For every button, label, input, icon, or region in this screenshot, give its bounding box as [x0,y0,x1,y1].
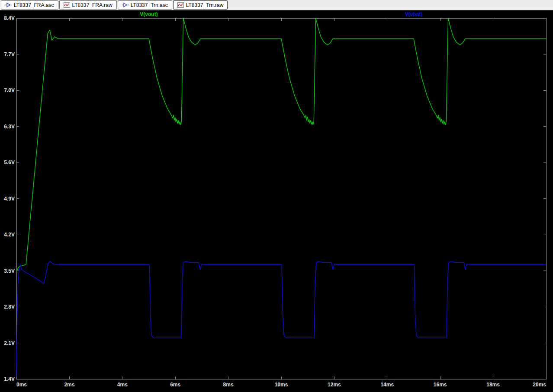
y-tick-label: 3.5V [4,268,15,274]
x-tick-label: 6ms [170,382,180,388]
y-tick-label: 7.0V [4,87,15,93]
x-tick-label: 12ms [328,382,341,388]
y-tick-label: 6.3V [4,124,15,130]
waveform-icon [177,2,184,8]
tab-label: LT8337_Trn.raw [186,2,224,8]
tab-label: LT8337_FRA.raw [72,2,113,8]
y-tick-label: 4.9V [4,196,15,202]
y-tick-label: 2.8V [4,304,15,310]
ltspice-window: LT8337_FRA.asc LT8337_FRA.raw LT8337_Trn… [0,0,553,392]
x-tick-label: 4ms [117,382,128,388]
x-tick-label: 8ms [223,382,234,388]
y-tick-label: 5.6V [4,159,15,166]
legend-vbat[interactable]: V(vbat) [405,11,423,17]
waveform-pane[interactable]: 8.4V7.7V7.0V6.3V5.6V4.9V4.2V3.5V2.8V2.1V… [0,10,553,392]
trace-vout [16,18,546,271]
x-tick-label: 2ms [64,382,74,388]
tab-lt8337-fra-raw[interactable]: LT8337_FRA.raw [59,0,117,10]
waveform-plot[interactable]: 8.4V7.7V7.0V6.3V5.6V4.9V4.2V3.5V2.8V2.1V… [0,10,553,392]
x-tick-label: 10ms [275,382,288,388]
schematic-icon [5,2,12,8]
plot-border [16,18,546,379]
x-tick-label: 16ms [434,382,447,388]
schematic-icon [122,2,129,8]
tab-label: LT8337_Trn.asc [131,2,168,8]
waveform-icon [64,2,70,8]
trace-vbat [16,261,546,376]
y-tick-label: 2.1V [4,340,15,346]
x-tick-label: 0ms [16,382,27,388]
x-tick-label: 20ms [533,382,546,388]
y-tick-label: 8.4V [4,15,15,21]
tab-lt8337-trn-raw[interactable]: LT8337_Trn.raw [173,0,228,10]
legend-vout[interactable]: V(vout) [140,11,158,17]
y-tick-label: 7.7V [4,51,15,57]
y-tick-label: 1.4V [4,376,15,382]
x-tick-label: 14ms [380,382,394,388]
tab-lt8337-fra-asc[interactable]: LT8337_FRA.asc [1,0,58,10]
tab-bar: LT8337_FRA.asc LT8337_FRA.raw LT8337_Trn… [0,0,553,10]
y-tick-label: 4.2V [4,232,15,238]
tab-label: LT8337_FRA.asc [14,2,54,8]
x-tick-label: 18ms [486,382,500,388]
tab-lt8337-trn-asc[interactable]: LT8337_Trn.asc [118,0,172,10]
